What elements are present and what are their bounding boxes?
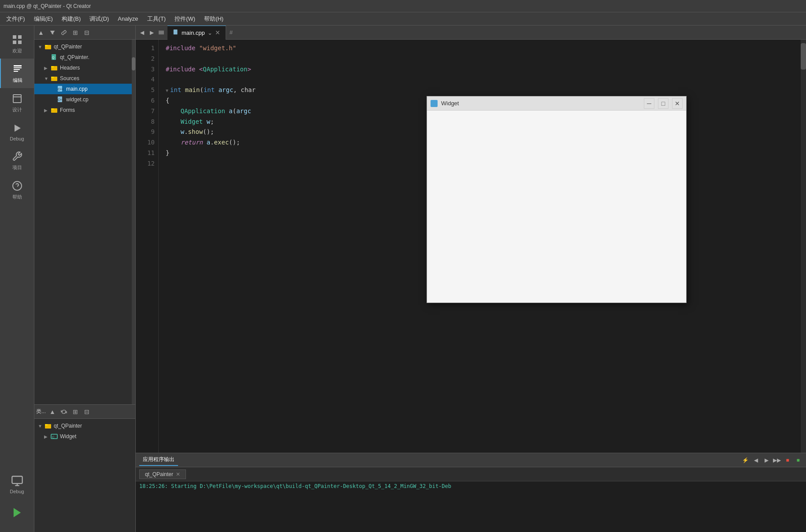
classes-item-qt[interactable]: ▼ qt_QPainter [34, 421, 135, 431]
tree-label-forms: Forms [60, 107, 75, 113]
widget-minimize-btn[interactable]: ─ [644, 98, 654, 109]
tab-file-icon [173, 29, 179, 37]
arrow-forms: ▶ [44, 108, 50, 113]
toolbar-filter-btn[interactable] [48, 28, 57, 37]
output-btn-play[interactable]: ▶▶ [773, 456, 781, 465]
svg-marker-16 [13, 508, 20, 517]
svg-rect-7 [14, 71, 18, 72]
output-btn-sync[interactable]: ⚡ [741, 456, 750, 465]
svg-rect-2 [13, 41, 16, 44]
classes-item-widget[interactable]: ▶ C Widget [34, 431, 135, 442]
tree-label-sources: Sources [60, 75, 79, 81]
cpp-file-icon: C++ [56, 85, 64, 93]
sidebar-label-debug: Debug [10, 136, 24, 141]
menu-help[interactable]: 帮助(H) [200, 13, 228, 25]
svg-text:C++: C++ [58, 98, 63, 101]
play-icon [11, 506, 23, 519]
toolbar-add-file-btn[interactable]: ⊞ [71, 28, 80, 37]
output-btn-green[interactable]: ■ [794, 456, 802, 465]
classes-add-btn[interactable]: ⊞ [71, 407, 80, 417]
editor-tab-bar: ◀ ▶ main.cpp ⌄ ✕ # [136, 26, 806, 40]
menu-analyze[interactable]: Analyze [113, 14, 142, 24]
widget-body [427, 111, 686, 303]
editor-scrollbar[interactable] [801, 40, 806, 453]
sidebar-item-help[interactable]: 帮助 [0, 175, 34, 205]
menu-debug[interactable]: 调试(D) [85, 13, 113, 25]
design-icon [11, 92, 23, 105]
tree-item-pro-file[interactable]: Q qt_QPainter. [34, 52, 135, 63]
editor-area: ◀ ▶ main.cpp ⌄ ✕ # 1 2 3 4 [136, 26, 806, 532]
tab-nav-next[interactable]: ▶ [147, 28, 156, 37]
widget-maximize-btn[interactable]: □ [658, 98, 669, 109]
sidebar-item-run[interactable] [0, 502, 34, 525]
widget-title-bar: Widget ─ □ ✕ [427, 96, 686, 111]
tab-hash: # [226, 29, 236, 36]
menu-tools[interactable]: 工具(T) [143, 13, 171, 25]
monitor-icon [11, 475, 23, 487]
sidebar-item-project[interactable]: 项目 [0, 146, 34, 175]
title-bar: main.cpp @ qt_QPainter - Qt Creator [0, 0, 806, 12]
editor-tab-main-cpp[interactable]: main.cpp ⌄ ✕ [167, 26, 226, 40]
svg-rect-30 [51, 108, 54, 110]
arrow-project: ▼ [38, 44, 44, 49]
menu-build[interactable]: 构建(B) [57, 13, 85, 25]
headers-folder-icon [50, 64, 58, 72]
tab-nav-prev[interactable]: ◀ [137, 28, 146, 37]
tab-dropdown-btn[interactable]: ⌄ [208, 30, 212, 36]
sidebar-label-welcome: 欢迎 [12, 48, 22, 54]
menu-controls[interactable]: 控件(W) [170, 13, 200, 25]
classes-up-btn[interactable]: ▲ [48, 407, 57, 417]
toolbar-link-btn[interactable] [59, 28, 69, 37]
tree-item-sources[interactable]: ▼ Sources [34, 73, 135, 84]
widget-window[interactable]: Widget ─ □ ✕ [427, 96, 687, 303]
output-btn-prev[interactable]: ◀ [751, 456, 760, 465]
tab-nav-list[interactable] [157, 28, 166, 37]
tree-item-forms[interactable]: ▶ Forms [34, 105, 135, 115]
tree-item-project[interactable]: ▼ qt_QPainter [34, 41, 135, 52]
tree-item-headers[interactable]: ▶ Headers [34, 63, 135, 73]
output-content-tabs: qt_QPainter ✕ [136, 467, 806, 481]
classes-layout-btn[interactable]: ⊟ [82, 407, 92, 417]
toolbar-layout-btn[interactable]: ⊟ [82, 28, 92, 37]
menu-file[interactable]: 文件(F) [2, 13, 30, 25]
output-sub-tab-qt[interactable]: qt_QPainter ✕ [139, 469, 186, 479]
fold-arrow-5[interactable]: ▼ [166, 87, 168, 94]
svg-rect-13 [12, 477, 22, 484]
sidebar-item-edit[interactable]: 编辑 [0, 59, 34, 88]
sources-folder-icon [50, 74, 58, 82]
svg-rect-6 [14, 69, 20, 70]
tree-label-main-cpp: main.cpp [66, 86, 88, 92]
arrow-headers: ▶ [44, 66, 50, 70]
toolbar-up-btn[interactable]: ▲ [36, 28, 46, 37]
sidebar-item-design[interactable]: 设计 [0, 88, 34, 118]
output-tab-app[interactable]: 应用程序输出 [139, 454, 178, 466]
output-btn-next[interactable]: ▶ [762, 456, 771, 465]
svg-rect-32 [159, 32, 164, 33]
code-line-5: ▼ int main(int argc, char [166, 85, 794, 96]
classes-refresh-btn[interactable] [59, 407, 69, 417]
editor-tab-label: main.cpp [182, 30, 205, 36]
menu-bar: 文件(F) 编辑(E) 构建(B) 调试(D) Analyze 工具(T) 控件… [0, 12, 806, 26]
output-sub-tab-label: qt_QPainter [145, 471, 173, 477]
code-line-2 [166, 54, 794, 64]
classes-folder-icon [44, 422, 52, 430]
sidebar-label-project: 项目 [12, 164, 22, 171]
output-sub-tab-close[interactable]: ✕ [176, 471, 180, 477]
tree-item-main-cpp[interactable]: C++ main.cpp [34, 84, 135, 94]
widget-close-btn[interactable]: ✕ [672, 98, 683, 109]
file-tree-toolbar: ▲ ⊞ ⊟ [34, 26, 135, 40]
svg-rect-34 [174, 29, 178, 34]
sidebar-item-debug[interactable]: Debug [0, 118, 34, 146]
output-btn-stop[interactable]: ■ [783, 456, 792, 465]
tab-close-btn[interactable]: ✕ [215, 29, 220, 36]
svg-text:C: C [52, 435, 55, 439]
svg-rect-24 [51, 77, 54, 78]
editor-scroll-thumb [801, 43, 806, 70]
menu-edit[interactable]: 编辑(E) [30, 13, 57, 25]
debug-icon [11, 122, 23, 134]
tree-label-pro: qt_QPainter. [60, 54, 89, 60]
sidebar-item-bottom-debug[interactable]: Debug [0, 470, 34, 499]
wrench-icon [11, 150, 23, 163]
tree-item-widget-cpp[interactable]: C++ widget.cp [34, 94, 135, 105]
sidebar-item-welcome[interactable]: 欢迎 [0, 29, 34, 59]
